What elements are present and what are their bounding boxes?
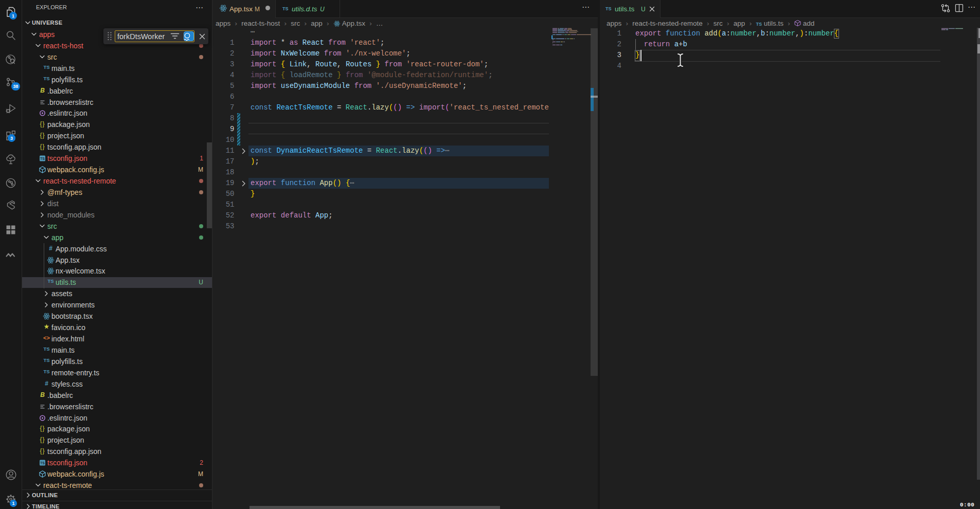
svg-text:TS: TS (40, 461, 45, 465)
svg-text:TS: TS (40, 157, 45, 160)
